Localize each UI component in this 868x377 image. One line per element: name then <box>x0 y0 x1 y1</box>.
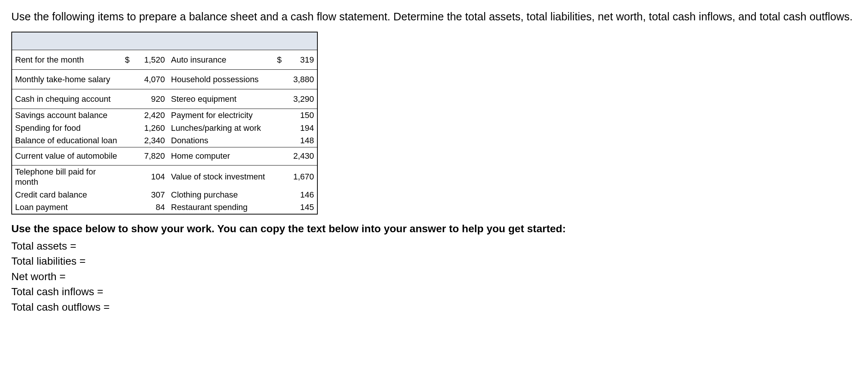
item-label: Home computer <box>168 147 274 165</box>
currency-symbol: $ <box>122 50 135 70</box>
item-label: Auto insurance <box>168 50 274 70</box>
currency-symbol <box>274 201 288 214</box>
currency-symbol <box>122 165 135 188</box>
currency-symbol <box>274 165 288 188</box>
item-value: 145 <box>288 201 317 214</box>
item-label: Telephone bill paid for month <box>12 165 122 188</box>
currency-symbol <box>122 201 135 214</box>
table-row: Credit card balance 307 Clothing purchas… <box>12 188 317 201</box>
item-value: 150 <box>288 109 317 122</box>
work-net-worth: Net worth = <box>11 269 857 285</box>
item-value: 2,420 <box>135 109 168 122</box>
item-value: 3,880 <box>288 70 317 89</box>
currency-symbol <box>122 109 135 122</box>
item-value: 7,820 <box>135 147 168 165</box>
item-label: Payment for electricity <box>168 109 274 122</box>
table-row: Telephone bill paid for month 104 Value … <box>12 165 317 188</box>
currency-symbol <box>122 134 135 147</box>
table-row: Cash in chequing account 920 Stereo equi… <box>12 89 317 109</box>
item-label: Savings account balance <box>12 109 122 122</box>
currency-symbol <box>122 147 135 165</box>
item-label: Restaurant spending <box>168 201 274 214</box>
currency-symbol: $ <box>274 50 288 70</box>
item-label: Loan payment <box>12 201 122 214</box>
table-row: Rent for the month $ 1,520 Auto insuranc… <box>12 50 317 70</box>
item-label: Value of stock investment <box>168 165 274 188</box>
item-value: 4,070 <box>135 70 168 89</box>
work-total-cash-inflows: Total cash inflows = <box>11 284 857 300</box>
currency-symbol <box>122 70 135 89</box>
currency-symbol <box>274 147 288 165</box>
table-row: Balance of educational loan 2,340 Donati… <box>12 134 317 147</box>
item-label: Credit card balance <box>12 188 122 201</box>
item-value: 319 <box>288 50 317 70</box>
item-label: Donations <box>168 134 274 147</box>
item-label: Monthly take-home salary <box>12 70 122 89</box>
item-value: 920 <box>135 89 168 109</box>
currency-symbol <box>274 188 288 201</box>
work-total-cash-outflows: Total cash outflows = <box>11 300 857 315</box>
table-row: Current value of automobile 7,820 Home c… <box>12 147 317 165</box>
item-value: 3,290 <box>288 89 317 109</box>
currency-symbol <box>274 134 288 147</box>
item-label: Spending for food <box>12 122 122 135</box>
item-value: 1,670 <box>288 165 317 188</box>
currency-symbol <box>122 188 135 201</box>
items-table: Rent for the month $ 1,520 Auto insuranc… <box>11 32 318 215</box>
table-row: Loan payment 84 Restaurant spending 145 <box>12 201 317 214</box>
currency-symbol <box>274 122 288 135</box>
table-row: Monthly take-home salary 4,070 Household… <box>12 70 317 89</box>
item-value: 1,260 <box>135 122 168 135</box>
currency-symbol <box>274 70 288 89</box>
item-value: 104 <box>135 165 168 188</box>
table-row: Spending for food 1,260 Lunches/parking … <box>12 122 317 135</box>
currency-symbol <box>122 122 135 135</box>
question-prompt: Use the following items to prepare a bal… <box>11 9 857 24</box>
currency-symbol <box>122 89 135 109</box>
item-label: Rent for the month <box>12 50 122 70</box>
item-label: Stereo equipment <box>168 89 274 109</box>
table-row: Savings account balance 2,420 Payment fo… <box>12 109 317 122</box>
work-total-liabilities: Total liabilities = <box>11 254 857 269</box>
item-label: Current value of automobile <box>12 147 122 165</box>
item-value: 1,520 <box>135 50 168 70</box>
item-label: Household possessions <box>168 70 274 89</box>
item-value: 194 <box>288 122 317 135</box>
item-value: 146 <box>288 188 317 201</box>
show-work-instructions: Use the space below to show your work. Y… <box>11 223 857 235</box>
item-label: Lunches/parking at work <box>168 122 274 135</box>
item-label: Cash in chequing account <box>12 89 122 109</box>
item-value: 2,340 <box>135 134 168 147</box>
currency-symbol <box>274 109 288 122</box>
item-value: 2,430 <box>288 147 317 165</box>
work-total-assets: Total assets = <box>11 239 857 254</box>
item-label: Clothing purchase <box>168 188 274 201</box>
table-header-blank <box>12 32 317 50</box>
currency-symbol <box>274 89 288 109</box>
item-value: 148 <box>288 134 317 147</box>
item-value: 84 <box>135 201 168 214</box>
item-value: 307 <box>135 188 168 201</box>
item-label: Balance of educational loan <box>12 134 122 147</box>
